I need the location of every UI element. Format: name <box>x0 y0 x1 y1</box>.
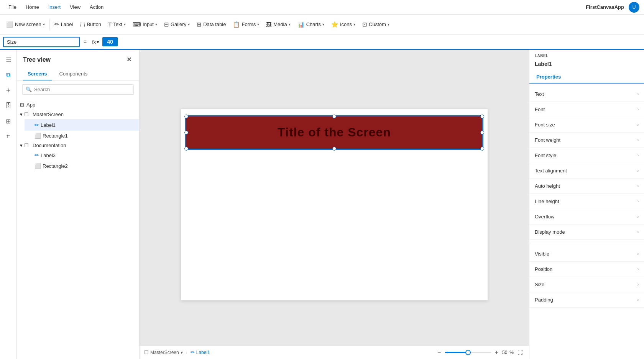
menu-home[interactable]: Home <box>22 3 43 11</box>
props-lineheight-label: Line height <box>535 198 637 204</box>
props-row-fontstyle[interactable]: Font style › <box>529 148 644 163</box>
props-row-lineheight[interactable]: Line height › <box>529 194 644 209</box>
props-row-displaymode[interactable]: Display mode › <box>529 225 644 240</box>
sidebar-database-icon[interactable]: 🗄 <box>2 99 15 113</box>
gallery-label: Gallery <box>171 21 186 27</box>
new-screen-button[interactable]: ⬜ New screen ▾ <box>3 19 48 30</box>
gallery-button[interactable]: ⊟ Gallery ▾ <box>161 19 193 30</box>
formula-bar: = fx ▾ 40 <box>0 34 644 50</box>
label1-element[interactable]: Title of the Screen <box>186 116 483 149</box>
zoom-slider-fill <box>445 352 468 353</box>
sidebar-add-icon[interactable]: + <box>2 84 15 97</box>
tree-close-button[interactable]: ✕ <box>125 54 133 65</box>
media-button[interactable]: 🖼 Media ▾ <box>263 19 293 30</box>
props-fontweight-chevron: › <box>637 138 639 142</box>
sidebar-menu-icon[interactable]: ☰ <box>2 53 15 67</box>
new-screen-arrow: ▾ <box>43 22 45 26</box>
props-row-position[interactable]: Position › <box>529 262 644 277</box>
expand-masterscreen-icon: ▾ <box>20 111 23 117</box>
expand-documentation-icon: ▾ <box>20 143 23 148</box>
props-element-name: Label1 <box>529 59 644 71</box>
charts-icon: 📊 <box>297 21 305 28</box>
tree-item-label1[interactable]: ✏ Label1 ··· <box>25 119 139 131</box>
zoom-in-button[interactable]: + <box>493 348 500 357</box>
menu-file[interactable]: File <box>5 3 20 11</box>
props-row-padding[interactable]: Padding › <box>529 292 644 308</box>
documentation-children: ✏ Label3 ⬜ Rectangle2 ··· <box>17 150 139 172</box>
props-padding-label: Padding <box>535 297 637 303</box>
props-text-chevron: › <box>637 92 639 96</box>
breadcrumb-separator: › <box>186 350 187 355</box>
label-button[interactable]: ✏ Label <box>51 19 76 30</box>
props-row-fontweight[interactable]: Font weight › <box>529 133 644 148</box>
canvas-area[interactable]: Title of the Screen ☐ MasterScreen ▾ › ✏… <box>140 50 529 359</box>
label3-label: Label3 <box>41 152 136 158</box>
tree-tab-components[interactable]: Components <box>55 68 92 80</box>
zoom-slider-thumb[interactable] <box>465 350 471 355</box>
props-row-overflow[interactable]: Overflow › <box>529 209 644 225</box>
props-row-visible[interactable]: Visible › <box>529 246 644 262</box>
rectangle1-label: Rectangle1 <box>43 133 136 139</box>
handle-br[interactable] <box>480 147 484 151</box>
fx-button[interactable]: fx ▾ <box>90 39 101 45</box>
screen-checkbox-masterscreen: ☐ <box>24 111 31 117</box>
breadcrumb-masterscreen[interactable]: ☐ MasterScreen ▾ <box>144 349 183 355</box>
masterscreen-label: MasterScreen <box>33 111 64 117</box>
tree-tab-screens[interactable]: Screens <box>23 68 52 80</box>
input-button[interactable]: ⌨ Input ▾ <box>130 19 160 30</box>
icons-button[interactable]: ⭐ Icons ▾ <box>328 19 358 30</box>
menu-action[interactable]: Action <box>86 3 107 11</box>
zoom-out-button[interactable]: − <box>436 348 442 357</box>
custom-icon: ⊡ <box>362 21 367 28</box>
handle-ml[interactable] <box>184 131 188 134</box>
app-icon: ⊞ <box>20 102 24 108</box>
handle-tc[interactable] <box>332 115 336 118</box>
props-position-label: Position <box>535 266 637 272</box>
input-icon: ⌨ <box>133 21 141 28</box>
fullscreen-button[interactable]: ⛶ <box>516 349 524 356</box>
breadcrumb-label1[interactable]: ✏ Label1 <box>191 349 210 355</box>
breadcrumb-screen-label: MasterScreen <box>150 350 179 355</box>
props-row-autoheight[interactable]: Auto height › <box>529 179 644 194</box>
props-row-font[interactable]: Font › <box>529 102 644 117</box>
tree-item-rectangle2[interactable]: ⬜ Rectangle2 ··· <box>25 160 139 172</box>
tree-app-item[interactable]: ⊞ App <box>17 100 139 110</box>
forms-button[interactable]: 📋 Forms ▾ <box>230 19 262 30</box>
handle-tl[interactable] <box>184 115 188 118</box>
canvas-frame[interactable]: Title of the Screen <box>181 109 488 300</box>
sidebar-layers-icon[interactable]: ⧉ <box>2 68 15 82</box>
handle-mr[interactable] <box>480 131 484 134</box>
charts-button[interactable]: 📊 Charts ▾ <box>294 19 327 30</box>
props-row-fontsize[interactable]: Font size › <box>529 117 644 133</box>
menu-view[interactable]: View <box>66 3 84 11</box>
tree-item-rectangle1[interactable]: ⬜ Rectangle1 <box>25 131 139 141</box>
props-row-size[interactable]: Size › <box>529 277 644 292</box>
custom-button[interactable]: ⊡ Custom ▾ <box>359 19 393 30</box>
tree-section-documentation[interactable]: ▾ ☐ Documentation <box>17 141 139 150</box>
sidebar-component-icon[interactable]: ⊞ <box>2 114 15 128</box>
handle-tr[interactable] <box>480 115 484 118</box>
tree-section-masterscreen[interactable]: ▾ ☐ MasterScreen <box>17 110 139 119</box>
sidebar-variable-icon[interactable]: ⌗ <box>2 130 15 143</box>
button-button[interactable]: ⬚ Button <box>77 19 104 30</box>
property-selector[interactable] <box>3 37 80 47</box>
data-table-button[interactable]: ⊞ Data table <box>194 19 229 30</box>
props-row-textalign[interactable]: Text alignment › <box>529 163 644 179</box>
props-row-text[interactable]: Text › <box>529 87 644 102</box>
formula-value[interactable]: 40 <box>102 37 118 46</box>
handle-bc[interactable] <box>332 147 336 151</box>
menu-insert[interactable]: Insert <box>44 3 65 11</box>
search-input[interactable] <box>34 87 130 92</box>
tree-item-label3[interactable]: ✏ Label3 <box>25 150 139 160</box>
props-tabs: Properties <box>529 71 644 84</box>
gallery-icon: ⊟ <box>164 21 169 28</box>
user-avatar[interactable]: U <box>629 2 639 13</box>
zoom-slider[interactable] <box>445 352 491 353</box>
props-tab-properties[interactable]: Properties <box>535 71 562 84</box>
search-icon: 🔍 <box>26 87 32 92</box>
text-button[interactable]: T Text ▾ <box>105 19 129 30</box>
tree-content: ⊞ App ▾ ☐ MasterScreen ✏ Label1 ··· ⬜ <box>17 98 139 359</box>
media-arrow: ▾ <box>289 22 291 26</box>
screen-checkbox-breadcrumb: ☐ <box>144 349 149 355</box>
handle-bl[interactable] <box>184 147 188 151</box>
